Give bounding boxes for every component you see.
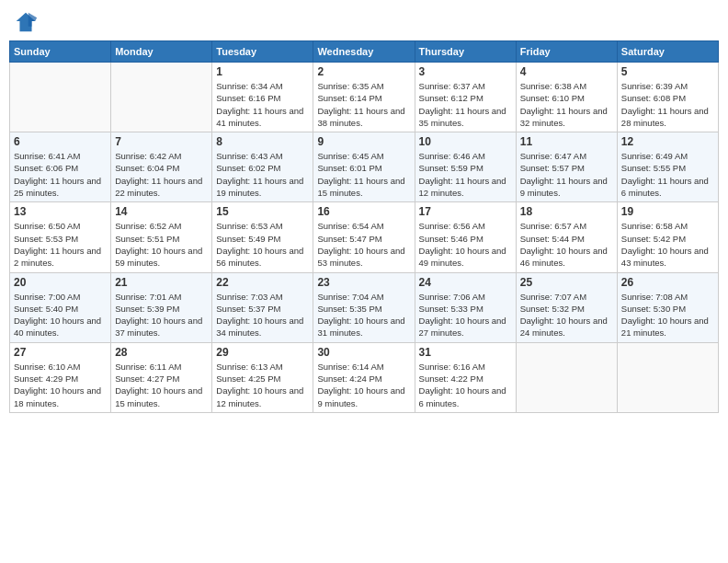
day-detail: Sunrise: 6:56 AM Sunset: 5:46 PM Dayligh…	[419, 220, 512, 269]
logo	[13, 9, 40, 35]
calendar-cell: 21Sunrise: 7:01 AM Sunset: 5:39 PM Dayli…	[111, 272, 212, 342]
calendar-cell: 14Sunrise: 6:52 AM Sunset: 5:51 PM Dayli…	[111, 202, 212, 272]
day-detail: Sunrise: 7:01 AM Sunset: 5:39 PM Dayligh…	[115, 291, 208, 339]
calendar-week-row: 20Sunrise: 7:00 AM Sunset: 5:40 PM Dayli…	[10, 272, 719, 342]
day-number: 2	[317, 65, 410, 78]
day-number: 19	[621, 205, 714, 218]
col-header-tuesday: Tuesday	[212, 41, 313, 63]
day-number: 12	[621, 135, 714, 148]
calendar-cell: 30Sunrise: 6:14 AM Sunset: 4:24 PM Dayli…	[313, 342, 415, 412]
calendar-cell: 27Sunrise: 6:10 AM Sunset: 4:29 PM Dayli…	[10, 342, 111, 412]
day-detail: Sunrise: 7:04 AM Sunset: 5:35 PM Dayligh…	[317, 291, 410, 339]
day-detail: Sunrise: 6:10 AM Sunset: 4:29 PM Dayligh…	[14, 361, 107, 409]
day-detail: Sunrise: 6:43 AM Sunset: 6:02 PM Dayligh…	[216, 150, 309, 199]
day-number: 9	[317, 135, 410, 148]
calendar-cell: 8Sunrise: 6:43 AM Sunset: 6:02 PM Daylig…	[212, 132, 313, 202]
calendar-cell: 20Sunrise: 7:00 AM Sunset: 5:40 PM Dayli…	[10, 272, 111, 342]
day-detail: Sunrise: 6:46 AM Sunset: 5:59 PM Dayligh…	[419, 150, 512, 199]
day-detail: Sunrise: 6:53 AM Sunset: 5:49 PM Dayligh…	[216, 220, 309, 269]
day-number: 13	[14, 205, 107, 218]
day-number: 16	[317, 205, 410, 218]
day-number: 27	[14, 346, 107, 359]
day-number: 1	[216, 65, 309, 78]
day-detail: Sunrise: 6:39 AM Sunset: 6:08 PM Dayligh…	[621, 80, 714, 129]
day-number: 18	[520, 205, 613, 218]
day-number: 3	[419, 65, 512, 78]
day-number: 30	[317, 346, 410, 359]
calendar-cell: 2Sunrise: 6:35 AM Sunset: 6:14 PM Daylig…	[313, 63, 415, 132]
col-header-sunday: Sunday	[10, 41, 111, 63]
calendar-cell: 4Sunrise: 6:38 AM Sunset: 6:10 PM Daylig…	[516, 63, 617, 132]
day-detail: Sunrise: 7:03 AM Sunset: 5:37 PM Dayligh…	[216, 291, 309, 339]
calendar-cell: 28Sunrise: 6:11 AM Sunset: 4:27 PM Dayli…	[111, 342, 212, 412]
day-detail: Sunrise: 6:35 AM Sunset: 6:14 PM Dayligh…	[317, 80, 410, 129]
day-number: 26	[621, 276, 714, 289]
day-number: 15	[216, 205, 309, 218]
day-detail: Sunrise: 6:54 AM Sunset: 5:47 PM Dayligh…	[317, 220, 410, 269]
calendar-cell: 16Sunrise: 6:54 AM Sunset: 5:47 PM Dayli…	[313, 202, 415, 272]
calendar-cell: 18Sunrise: 6:57 AM Sunset: 5:44 PM Dayli…	[516, 202, 617, 272]
day-detail: Sunrise: 6:47 AM Sunset: 5:57 PM Dayligh…	[520, 150, 613, 199]
day-detail: Sunrise: 7:00 AM Sunset: 5:40 PM Dayligh…	[14, 291, 107, 339]
col-header-monday: Monday	[111, 41, 212, 63]
calendar-cell: 19Sunrise: 6:58 AM Sunset: 5:42 PM Dayli…	[617, 202, 718, 272]
calendar-cell: 1Sunrise: 6:34 AM Sunset: 6:16 PM Daylig…	[212, 63, 313, 132]
day-number: 31	[419, 346, 512, 359]
day-detail: Sunrise: 6:37 AM Sunset: 6:12 PM Dayligh…	[419, 80, 512, 129]
day-number: 29	[216, 346, 309, 359]
day-detail: Sunrise: 6:11 AM Sunset: 4:27 PM Dayligh…	[115, 361, 208, 409]
calendar-cell	[111, 63, 212, 132]
calendar-cell	[617, 342, 718, 412]
calendar-week-row: 27Sunrise: 6:10 AM Sunset: 4:29 PM Dayli…	[10, 342, 719, 412]
day-detail: Sunrise: 6:38 AM Sunset: 6:10 PM Dayligh…	[520, 80, 613, 129]
calendar-cell: 26Sunrise: 7:08 AM Sunset: 5:30 PM Dayli…	[617, 272, 718, 342]
calendar-cell	[516, 342, 617, 412]
day-detail: Sunrise: 7:07 AM Sunset: 5:32 PM Dayligh…	[520, 291, 613, 339]
day-number: 6	[14, 135, 107, 148]
calendar-cell: 15Sunrise: 6:53 AM Sunset: 5:49 PM Dayli…	[212, 202, 313, 272]
day-number: 8	[216, 135, 309, 148]
day-detail: Sunrise: 6:13 AM Sunset: 4:25 PM Dayligh…	[216, 361, 309, 409]
day-detail: Sunrise: 6:41 AM Sunset: 6:06 PM Dayligh…	[14, 150, 107, 199]
calendar-week-row: 13Sunrise: 6:50 AM Sunset: 5:53 PM Dayli…	[10, 202, 719, 272]
day-detail: Sunrise: 6:42 AM Sunset: 6:04 PM Dayligh…	[115, 150, 208, 199]
calendar-week-row: 6Sunrise: 6:41 AM Sunset: 6:06 PM Daylig…	[10, 132, 719, 202]
day-number: 23	[317, 276, 410, 289]
calendar-cell: 13Sunrise: 6:50 AM Sunset: 5:53 PM Dayli…	[10, 202, 111, 272]
calendar-cell: 11Sunrise: 6:47 AM Sunset: 5:57 PM Dayli…	[516, 132, 617, 202]
day-number: 17	[419, 205, 512, 218]
calendar-cell: 3Sunrise: 6:37 AM Sunset: 6:12 PM Daylig…	[415, 63, 516, 132]
day-detail: Sunrise: 7:06 AM Sunset: 5:33 PM Dayligh…	[419, 291, 512, 339]
calendar-cell: 22Sunrise: 7:03 AM Sunset: 5:37 PM Dayli…	[212, 272, 313, 342]
calendar-cell: 5Sunrise: 6:39 AM Sunset: 6:08 PM Daylig…	[617, 63, 718, 132]
day-number: 24	[419, 276, 512, 289]
day-detail: Sunrise: 6:16 AM Sunset: 4:22 PM Dayligh…	[419, 361, 512, 409]
col-header-wednesday: Wednesday	[313, 41, 415, 63]
calendar-cell: 23Sunrise: 7:04 AM Sunset: 5:35 PM Dayli…	[313, 272, 415, 342]
calendar-header-row: SundayMondayTuesdayWednesdayThursdayFrid…	[10, 41, 719, 63]
col-header-thursday: Thursday	[415, 41, 516, 63]
day-detail: Sunrise: 6:50 AM Sunset: 5:53 PM Dayligh…	[14, 220, 107, 269]
calendar-cell: 12Sunrise: 6:49 AM Sunset: 5:55 PM Dayli…	[617, 132, 718, 202]
logo-icon	[13, 9, 39, 35]
calendar-cell: 6Sunrise: 6:41 AM Sunset: 6:06 PM Daylig…	[10, 132, 111, 202]
day-detail: Sunrise: 7:08 AM Sunset: 5:30 PM Dayligh…	[621, 291, 714, 339]
calendar-cell: 25Sunrise: 7:07 AM Sunset: 5:32 PM Dayli…	[516, 272, 617, 342]
calendar-cell: 9Sunrise: 6:45 AM Sunset: 6:01 PM Daylig…	[313, 132, 415, 202]
calendar-cell: 10Sunrise: 6:46 AM Sunset: 5:59 PM Dayli…	[415, 132, 516, 202]
day-detail: Sunrise: 6:52 AM Sunset: 5:51 PM Dayligh…	[115, 220, 208, 269]
day-number: 4	[520, 65, 613, 78]
calendar-cell: 7Sunrise: 6:42 AM Sunset: 6:04 PM Daylig…	[111, 132, 212, 202]
page-header	[9, 9, 719, 35]
day-detail: Sunrise: 6:45 AM Sunset: 6:01 PM Dayligh…	[317, 150, 410, 199]
calendar-cell: 17Sunrise: 6:56 AM Sunset: 5:46 PM Dayli…	[415, 202, 516, 272]
day-detail: Sunrise: 6:49 AM Sunset: 5:55 PM Dayligh…	[621, 150, 714, 199]
day-number: 11	[520, 135, 613, 148]
col-header-friday: Friday	[516, 41, 617, 63]
calendar-cell: 31Sunrise: 6:16 AM Sunset: 4:22 PM Dayli…	[415, 342, 516, 412]
day-number: 7	[115, 135, 208, 148]
day-detail: Sunrise: 6:14 AM Sunset: 4:24 PM Dayligh…	[317, 361, 410, 409]
calendar-cell: 29Sunrise: 6:13 AM Sunset: 4:25 PM Dayli…	[212, 342, 313, 412]
day-number: 14	[115, 205, 208, 218]
day-number: 25	[520, 276, 613, 289]
